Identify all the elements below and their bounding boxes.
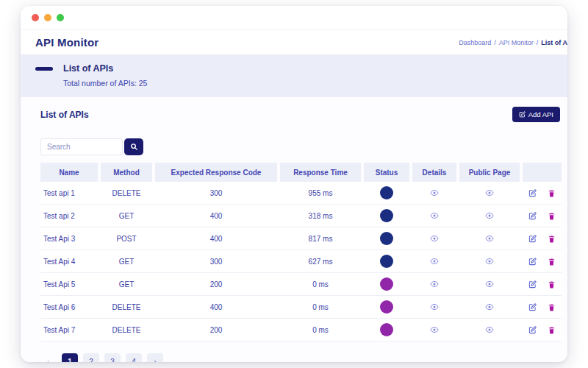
method-cell: GET [101,250,152,272]
delete-api-button[interactable] [548,258,556,266]
details-eye-icon[interactable] [430,211,439,220]
status-cell [364,227,409,250]
breadcrumb-separator: / [537,39,539,46]
column-header: Expected Response Code [155,163,277,182]
column-header: Status [364,163,409,182]
details-cell [412,273,456,295]
breadcrumb-item[interactable]: Dashboard [459,39,491,46]
table-row: Test api 2GET400318 ms [40,205,562,227]
public-page-cell [459,319,520,341]
traffic-light-maximize-icon[interactable] [57,14,64,21]
details-eye-icon[interactable] [430,257,439,266]
table-row: Test Api 5GET2000 ms [40,273,562,296]
details-cell [412,227,456,250]
public-page-eye-icon[interactable] [485,280,494,289]
pagination-page-2[interactable]: 2 [83,353,99,362]
public-page-eye-icon[interactable] [485,257,494,266]
content-area: List of APIs Add API [21,97,567,362]
status-indicator [380,277,393,291]
traffic-light-close-icon[interactable] [32,14,39,21]
search-button[interactable] [124,138,143,155]
pagination-page-4[interactable]: 4 [126,353,142,362]
api-name-cell: Test api 2 [40,205,98,227]
public-page-eye-icon[interactable] [485,188,494,197]
column-header: Details [412,163,456,182]
dash-icon [35,67,53,71]
edit-api-button[interactable] [528,258,537,266]
breadcrumb-item[interactable]: API Monitor [499,39,534,46]
edit-api-button[interactable] [528,189,537,197]
api-name-cell: Test Api 5 [40,273,98,295]
pagination-prev-button[interactable]: ‹ [40,353,57,362]
section-title: List of APIs [63,63,113,74]
details-eye-icon[interactable] [430,280,439,289]
details-eye-icon[interactable] [430,302,439,311]
actions-cell [523,182,562,204]
edit-api-button[interactable] [528,212,537,220]
edit-api-button[interactable] [528,280,537,289]
response-time-cell: 817 ms [280,227,361,250]
actions-cell [523,227,562,250]
delete-api-button[interactable] [548,280,556,289]
delete-api-button[interactable] [548,212,556,220]
table-header-row: NameMethodExpected Response CodeResponse… [40,163,562,182]
pagination-page-3[interactable]: 3 [104,353,121,362]
public-page-eye-icon[interactable] [485,234,494,243]
details-cell [412,205,456,227]
public-page-cell [459,182,520,204]
window-titlebar [21,6,567,30]
status-cell [364,205,409,227]
method-cell: DELETE [101,296,152,318]
delete-api-button[interactable] [548,189,556,197]
details-eye-icon[interactable] [430,234,439,243]
expected-response-code-cell: 200 [155,319,277,341]
method-cell: GET [101,273,152,295]
details-eye-icon[interactable] [430,325,439,334]
response-time-cell: 0 ms [280,296,361,318]
status-indicator [380,232,393,245]
api-table: NameMethodExpected Response CodeResponse… [40,163,562,342]
edit-api-button[interactable] [528,326,537,334]
add-api-button[interactable]: Add API [512,107,560,122]
expected-response-code-cell: 400 [155,227,277,250]
status-indicator [380,209,393,222]
details-cell [412,182,456,204]
table-body: Test api 1DELETE300955 msTest api 2GET40… [40,182,562,342]
public-page-eye-icon[interactable] [485,211,494,220]
status-indicator [380,255,393,268]
public-page-cell [459,273,520,295]
search-input[interactable] [40,138,123,155]
browser-window: API Monitor Dashboard/API Monitor/List o… [21,6,567,362]
status-cell [364,250,409,272]
traffic-light-minimize-icon[interactable] [44,14,51,21]
pagination-next-button[interactable]: › [147,353,163,362]
card-header: List of APIs Add API [40,107,562,122]
column-header [523,163,562,182]
response-time-cell: 0 ms [280,273,361,295]
api-name-cell: Test Api 4 [40,250,98,272]
details-eye-icon[interactable] [430,188,439,197]
pagination-page-1[interactable]: 1 [62,353,78,362]
actions-cell [523,273,562,295]
public-page-eye-icon[interactable] [485,302,494,311]
details-cell [412,319,456,341]
details-cell [412,250,456,272]
column-header: Response Time [280,163,361,182]
delete-api-button[interactable] [548,326,556,334]
breadcrumb-item[interactable]: List of A [541,39,567,46]
public-page-cell [459,227,520,250]
public-page-eye-icon[interactable] [485,325,494,334]
public-page-cell [459,250,520,272]
public-page-cell [459,205,520,227]
edit-api-button[interactable] [528,303,537,311]
response-time-cell: 627 ms [280,250,361,272]
status-indicator [380,186,393,199]
edit-square-icon [519,111,526,118]
edit-api-button[interactable] [528,235,537,243]
delete-api-button[interactable] [548,235,556,243]
total-apis-count: Total number of APIs: 25 [63,79,553,88]
public-page-cell [459,296,520,318]
response-time-cell: 0 ms [280,319,361,341]
api-name-cell: Test Api 6 [40,296,98,318]
delete-api-button[interactable] [548,303,556,311]
